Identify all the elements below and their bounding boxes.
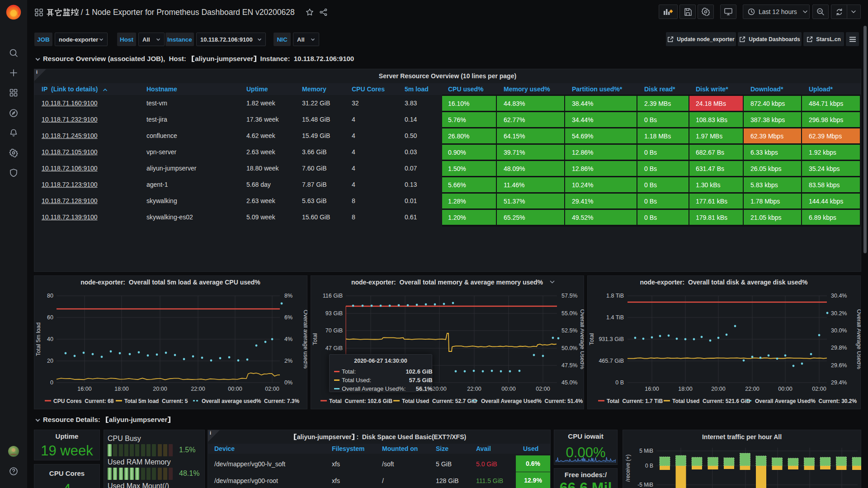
svg-text:Overall average used% Current: Overall average used% Current: 7.3% (202, 398, 299, 404)
svg-text:60: 60 (47, 314, 53, 321)
svg-text:30.0%: 30.0% (831, 327, 847, 334)
svg-text:CPU Cores Current: 68: CPU Cores Current: 68 (53, 398, 114, 404)
svg-text:Overall Average Used% Current: Overall Average Used% Current: 30.2% (755, 398, 857, 404)
svg-text:20:00: 20:00 (711, 386, 725, 392)
svg-text:50.0%: 50.0% (561, 345, 577, 351)
svg-text:Total 5m load Current: 5: Total 5m load Current: 5 (124, 398, 188, 404)
svg-text:70 GiB: 70 GiB (326, 327, 343, 334)
svg-text:Total Current: 1.7 TiB: Total Current: 1.7 TiB (607, 398, 663, 404)
svg-text:Total: Total (312, 333, 318, 345)
svg-text:0 B: 0 B (645, 463, 653, 469)
svg-text:02:00: 02:00 (812, 386, 826, 392)
svg-text:Total 5m load: Total 5m load (35, 322, 42, 356)
svg-text:02:00: 02:00 (536, 386, 550, 392)
svg-text:0: 0 (50, 379, 53, 386)
svg-text:57.5%: 57.5% (561, 293, 577, 299)
svg-text:29.4%: 29.4% (831, 379, 847, 386)
svg-text:55.0%: 55.0% (561, 310, 577, 317)
svg-text:16:00: 16:00 (645, 386, 659, 392)
svg-text:-5 MiB: -5 MiB (637, 482, 653, 488)
svg-text:931.3 GiB: 931.3 GiB (599, 336, 624, 342)
svg-text:40: 40 (47, 336, 53, 342)
svg-text:20: 20 (47, 358, 53, 364)
svg-text:80: 80 (47, 293, 53, 299)
svg-text:1.4 TiB: 1.4 TiB (606, 314, 624, 321)
svg-text:Total Current: 102.6 GiB: Total Current: 102.6 GiB (329, 398, 392, 404)
svg-text:47.5%: 47.5% (561, 362, 577, 369)
svg-text:30.2%: 30.2% (831, 310, 847, 317)
svg-text:Overall Average Used%: Overall Average Used% (579, 309, 584, 369)
svg-text:0%: 0% (284, 379, 292, 386)
svg-text:00:00: 00:00 (501, 386, 515, 392)
svg-text:20:00: 20:00 (432, 386, 446, 392)
svg-text:node-exporter: Overall total: node-exporter: Overall total disk & aver… (640, 279, 808, 286)
svg-text:2%: 2% (284, 358, 292, 364)
svg-text:16:00: 16:00 (77, 386, 91, 392)
svg-text:5 MiB: 5 MiB (639, 448, 653, 454)
svg-text:465.7 GiB: 465.7 GiB (599, 358, 624, 364)
svg-text:29.6%: 29.6% (831, 362, 847, 369)
svg-text:29.8%: 29.8% (831, 345, 847, 351)
svg-text:45.0%: 45.0% (561, 379, 577, 386)
svg-text:1.8 TiB: 1.8 TiB (606, 293, 624, 299)
svg-text:Overall Average Used% Current: Overall Average Used% Current: 51.4% (481, 398, 583, 404)
svg-text:4%: 4% (284, 336, 292, 342)
svg-text:0 B: 0 B (615, 379, 624, 386)
svg-text:20:00: 20:00 (153, 386, 167, 392)
svg-text:47 GiB: 47 GiB (326, 345, 343, 351)
svg-text:6%: 6% (284, 314, 292, 321)
svg-text:/receive (+): /receive (+) (625, 455, 631, 482)
svg-text:22:00: 22:00 (467, 386, 481, 392)
svg-text:00:00: 00:00 (778, 386, 792, 392)
svg-text:node-exporter: Overall total: node-exporter: Overall total memory & av… (351, 279, 543, 286)
svg-text:22:00: 22:00 (745, 386, 759, 392)
svg-text:02:00: 02:00 (265, 386, 279, 392)
svg-text:22:00: 22:00 (191, 386, 205, 392)
svg-text:8%: 8% (284, 293, 292, 299)
svg-text:116 GiB: 116 GiB (323, 293, 343, 299)
svg-text:30.4%: 30.4% (831, 293, 847, 299)
svg-text:52.5%: 52.5% (561, 327, 577, 334)
svg-text:18:00: 18:00 (114, 386, 128, 392)
svg-text:93 GiB: 93 GiB (326, 310, 343, 317)
svg-text:00:00: 00:00 (228, 386, 242, 392)
svg-text:Total Used Current: 52.7 GiB: Total Used Current: 52.7 GiB (402, 398, 477, 404)
svg-text:Overall average used%: Overall average used% (302, 310, 307, 369)
svg-text:Total Used Current: 521.6 GiB: Total Used Current: 521.6 GiB (672, 398, 750, 404)
svg-text:Total: Total (589, 333, 595, 345)
svg-text:18:00: 18:00 (678, 386, 692, 392)
svg-text:node-exporter: Overall total: node-exporter: Overall total 5m load & a… (80, 279, 260, 286)
svg-text:Overall Average Used%: Overall Average Used% (856, 309, 861, 369)
